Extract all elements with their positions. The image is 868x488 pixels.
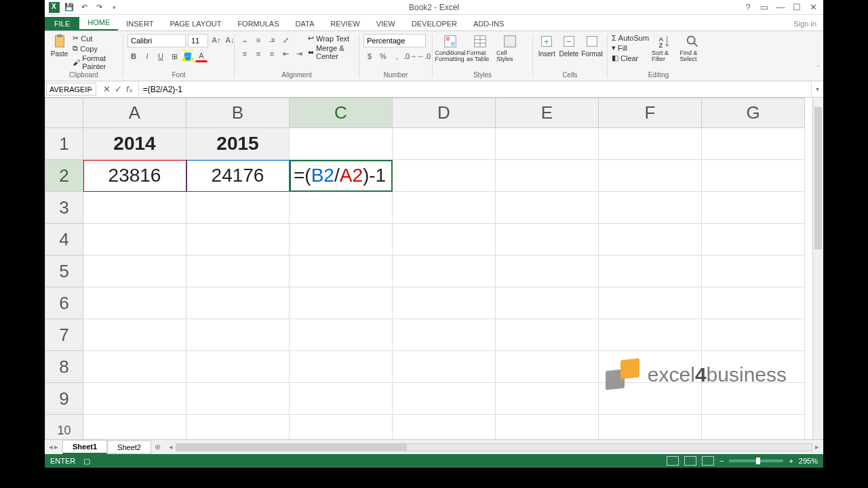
tab-formulas[interactable]: FORMULAS xyxy=(229,17,287,30)
cell-A3[interactable] xyxy=(83,192,186,224)
col-header-G[interactable]: G xyxy=(702,98,805,128)
cell-E6[interactable] xyxy=(496,287,599,319)
format-cells-button[interactable]: Format xyxy=(581,34,603,58)
cell-A7[interactable] xyxy=(83,319,186,351)
cell-D3[interactable] xyxy=(393,192,496,224)
scrollbar-thumb[interactable] xyxy=(814,107,822,249)
cell-G2[interactable] xyxy=(702,160,805,192)
tab-addins[interactable]: ADD-INS xyxy=(465,17,512,30)
fill-button[interactable]: ▾Fill xyxy=(612,43,649,52)
cell-D10[interactable] xyxy=(393,415,496,440)
horizontal-scrollbar[interactable] xyxy=(176,443,812,451)
page-break-view-icon[interactable] xyxy=(702,456,714,466)
cell-E2[interactable] xyxy=(496,160,599,192)
cell-A6[interactable] xyxy=(83,287,186,319)
row-header-7[interactable]: 7 xyxy=(45,319,83,351)
cell-F2[interactable] xyxy=(599,160,702,192)
cell-F6[interactable] xyxy=(599,287,702,319)
cell-D4[interactable] xyxy=(393,224,496,256)
hscroll-right-icon[interactable]: ▸ xyxy=(815,443,819,451)
file-tab[interactable]: FILE xyxy=(45,17,79,30)
close-icon[interactable]: ✕ xyxy=(806,1,821,14)
cell-E9[interactable] xyxy=(496,383,599,415)
zoom-in-icon[interactable]: + xyxy=(789,457,793,465)
cell-G3[interactable] xyxy=(702,192,805,224)
cell-F4[interactable] xyxy=(599,224,702,256)
page-layout-view-icon[interactable] xyxy=(684,456,696,466)
expand-formula-bar-icon[interactable]: ▾ xyxy=(811,81,823,97)
col-header-F[interactable]: F xyxy=(599,98,702,128)
bold-button[interactable]: B xyxy=(127,50,140,62)
cell-G10[interactable] xyxy=(702,415,805,440)
fill-color-button[interactable]: 🪣 xyxy=(182,50,194,62)
currency-icon[interactable]: $ xyxy=(363,50,376,62)
increase-indent-icon[interactable]: ⇥ xyxy=(293,47,305,60)
undo-icon[interactable]: ↶ xyxy=(79,2,90,13)
collapse-ribbon-icon[interactable]: ˇ xyxy=(817,65,819,73)
cell-B1[interactable]: 2015 xyxy=(186,128,290,160)
prev-sheet-icon[interactable]: ◂ xyxy=(49,443,53,451)
tab-review[interactable]: REVIEW xyxy=(322,17,368,30)
cell-G6[interactable] xyxy=(702,287,805,319)
row-header-1[interactable]: 1 xyxy=(45,128,83,160)
row-header-10[interactable]: 10 xyxy=(45,415,83,440)
cell-E10[interactable] xyxy=(496,415,599,440)
cell-A9[interactable] xyxy=(83,383,186,415)
cell-B4[interactable] xyxy=(186,224,290,256)
col-header-C[interactable]: C xyxy=(290,98,393,128)
copy-button[interactable]: ⧉Copy xyxy=(73,44,119,53)
cell-D7[interactable] xyxy=(393,319,496,351)
align-middle-icon[interactable]: ≡ xyxy=(252,34,264,46)
cell-F8[interactable] xyxy=(599,351,702,383)
paste-button[interactable]: Paste xyxy=(49,34,70,58)
font-color-button[interactable]: A xyxy=(195,50,208,62)
tab-data[interactable]: DATA xyxy=(288,17,323,30)
cell-A4[interactable] xyxy=(83,224,186,256)
cell-B2[interactable]: 24176 xyxy=(186,160,290,192)
align-left-icon[interactable]: ≡ xyxy=(239,47,251,60)
cell-C7[interactable] xyxy=(290,319,393,351)
col-header-B[interactable]: B xyxy=(186,98,290,128)
cell-C1[interactable] xyxy=(290,128,393,160)
border-button[interactable]: ⊞ xyxy=(168,50,180,62)
sort-filter-button[interactable]: AZSort & Filter xyxy=(652,34,677,62)
font-name-select[interactable] xyxy=(127,34,186,47)
row-header-6[interactable]: 6 xyxy=(45,287,83,319)
decrease-decimal-icon[interactable]: ←.0 xyxy=(418,50,430,62)
row-header-9[interactable]: 9 xyxy=(45,383,83,415)
tab-insert[interactable]: INSERT xyxy=(118,17,161,30)
cell-D9[interactable] xyxy=(393,383,496,415)
format-as-table-button[interactable]: Format as Table xyxy=(467,34,494,62)
decrease-indent-icon[interactable]: ⇤ xyxy=(279,47,292,60)
cell-F9[interactable] xyxy=(599,383,702,415)
align-bottom-icon[interactable]: ⫡ xyxy=(266,34,278,46)
zoom-level[interactable]: 295% xyxy=(799,457,818,465)
cell-C2[interactable]: =(B2/A2)-1 xyxy=(290,160,393,192)
spreadsheet-grid[interactable]: A B C D E F G 1 2014 2015 2 23816 xyxy=(45,98,823,439)
row-header-4[interactable]: 4 xyxy=(45,224,83,256)
cell-C5[interactable] xyxy=(290,256,393,287)
cell-E3[interactable] xyxy=(496,192,599,224)
sign-in-link[interactable]: Sign in xyxy=(787,17,823,30)
format-painter-button[interactable]: 🖌Format Painter xyxy=(73,54,119,70)
cell-B6[interactable] xyxy=(186,287,290,319)
wrap-text-button[interactable]: ↩Wrap Text xyxy=(308,34,355,43)
cell-C9[interactable] xyxy=(290,383,393,415)
cell-B10[interactable] xyxy=(186,415,290,440)
macro-record-icon[interactable]: ▢ xyxy=(83,457,90,466)
hscroll-left-icon[interactable]: ◂ xyxy=(169,443,173,451)
save-icon[interactable]: 💾 xyxy=(64,2,75,13)
comma-icon[interactable]: , xyxy=(391,50,403,62)
col-header-E[interactable]: E xyxy=(496,98,599,128)
redo-icon[interactable]: ↷ xyxy=(94,2,104,13)
cell-D8[interactable] xyxy=(393,351,496,383)
cell-C6[interactable] xyxy=(290,287,393,319)
name-box[interactable]: AVERAGEIF xyxy=(46,83,96,96)
insert-cells-button[interactable]: +Insert xyxy=(537,34,556,58)
tab-developer[interactable]: DEVELOPER xyxy=(403,17,465,30)
next-sheet-icon[interactable]: ▸ xyxy=(54,443,58,451)
cell-A5[interactable] xyxy=(83,256,186,287)
sheet-tab-2[interactable]: Sheet2 xyxy=(107,441,151,454)
orientation-icon[interactable]: ⤢ xyxy=(279,34,292,46)
minimize-icon[interactable]: — xyxy=(773,1,788,14)
